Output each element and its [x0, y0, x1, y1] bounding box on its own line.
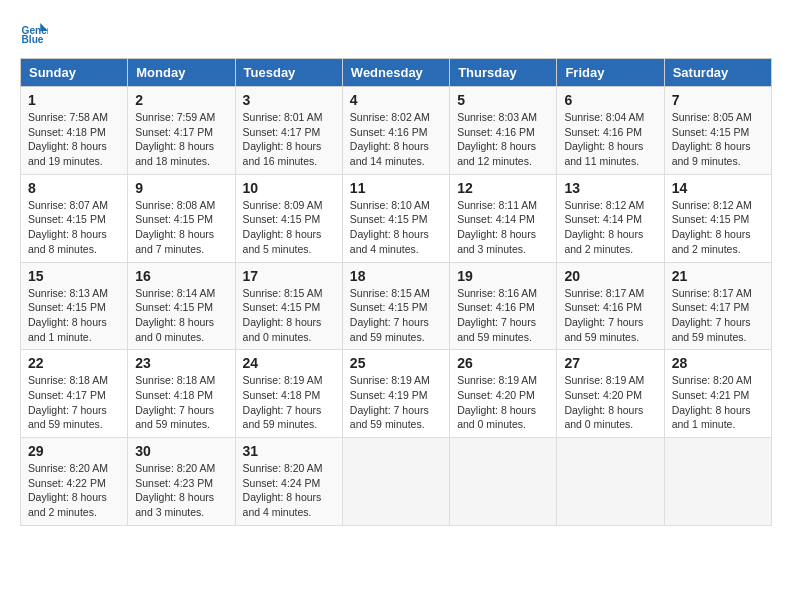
day-number: 23 — [135, 355, 227, 371]
day-info: Sunrise: 8:16 AM Sunset: 4:16 PM Dayligh… — [457, 286, 549, 345]
calendar-header-row: SundayMondayTuesdayWednesdayThursdayFrid… — [21, 59, 772, 87]
day-header-friday: Friday — [557, 59, 664, 87]
day-header-sunday: Sunday — [21, 59, 128, 87]
day-number: 17 — [243, 268, 335, 284]
calendar-week-1: 1 Sunrise: 7:58 AM Sunset: 4:18 PM Dayli… — [21, 87, 772, 175]
day-number: 22 — [28, 355, 120, 371]
day-info: Sunrise: 8:18 AM Sunset: 4:17 PM Dayligh… — [28, 373, 120, 432]
day-number: 16 — [135, 268, 227, 284]
calendar-cell: 21 Sunrise: 8:17 AM Sunset: 4:17 PM Dayl… — [664, 262, 771, 350]
day-info: Sunrise: 8:14 AM Sunset: 4:15 PM Dayligh… — [135, 286, 227, 345]
day-number: 27 — [564, 355, 656, 371]
calendar-cell: 16 Sunrise: 8:14 AM Sunset: 4:15 PM Dayl… — [128, 262, 235, 350]
day-info: Sunrise: 8:05 AM Sunset: 4:15 PM Dayligh… — [672, 110, 764, 169]
day-info: Sunrise: 8:19 AM Sunset: 4:20 PM Dayligh… — [457, 373, 549, 432]
calendar-cell: 15 Sunrise: 8:13 AM Sunset: 4:15 PM Dayl… — [21, 262, 128, 350]
logo-icon: General Blue — [20, 20, 48, 48]
day-number: 1 — [28, 92, 120, 108]
calendar-cell — [342, 438, 449, 526]
calendar-cell — [557, 438, 664, 526]
day-info: Sunrise: 8:17 AM Sunset: 4:16 PM Dayligh… — [564, 286, 656, 345]
calendar-cell: 17 Sunrise: 8:15 AM Sunset: 4:15 PM Dayl… — [235, 262, 342, 350]
calendar-cell: 5 Sunrise: 8:03 AM Sunset: 4:16 PM Dayli… — [450, 87, 557, 175]
day-number: 30 — [135, 443, 227, 459]
day-number: 14 — [672, 180, 764, 196]
day-info: Sunrise: 8:12 AM Sunset: 4:15 PM Dayligh… — [672, 198, 764, 257]
calendar-cell: 25 Sunrise: 8:19 AM Sunset: 4:19 PM Dayl… — [342, 350, 449, 438]
calendar-cell: 20 Sunrise: 8:17 AM Sunset: 4:16 PM Dayl… — [557, 262, 664, 350]
day-info: Sunrise: 8:20 AM Sunset: 4:24 PM Dayligh… — [243, 461, 335, 520]
logo: General Blue — [20, 20, 52, 48]
calendar-cell: 24 Sunrise: 8:19 AM Sunset: 4:18 PM Dayl… — [235, 350, 342, 438]
day-info: Sunrise: 7:58 AM Sunset: 4:18 PM Dayligh… — [28, 110, 120, 169]
day-info: Sunrise: 8:20 AM Sunset: 4:21 PM Dayligh… — [672, 373, 764, 432]
day-info: Sunrise: 8:13 AM Sunset: 4:15 PM Dayligh… — [28, 286, 120, 345]
calendar-cell: 2 Sunrise: 7:59 AM Sunset: 4:17 PM Dayli… — [128, 87, 235, 175]
day-number: 13 — [564, 180, 656, 196]
day-header-tuesday: Tuesday — [235, 59, 342, 87]
day-number: 26 — [457, 355, 549, 371]
day-number: 29 — [28, 443, 120, 459]
calendar-cell: 13 Sunrise: 8:12 AM Sunset: 4:14 PM Dayl… — [557, 174, 664, 262]
day-header-thursday: Thursday — [450, 59, 557, 87]
day-info: Sunrise: 8:20 AM Sunset: 4:23 PM Dayligh… — [135, 461, 227, 520]
calendar-cell: 23 Sunrise: 8:18 AM Sunset: 4:18 PM Dayl… — [128, 350, 235, 438]
day-header-monday: Monday — [128, 59, 235, 87]
calendar-cell: 14 Sunrise: 8:12 AM Sunset: 4:15 PM Dayl… — [664, 174, 771, 262]
calendar-week-3: 15 Sunrise: 8:13 AM Sunset: 4:15 PM Dayl… — [21, 262, 772, 350]
day-info: Sunrise: 8:10 AM Sunset: 4:15 PM Dayligh… — [350, 198, 442, 257]
day-info: Sunrise: 8:17 AM Sunset: 4:17 PM Dayligh… — [672, 286, 764, 345]
calendar-table: SundayMondayTuesdayWednesdayThursdayFrid… — [20, 58, 772, 526]
day-number: 7 — [672, 92, 764, 108]
calendar-cell: 30 Sunrise: 8:20 AM Sunset: 4:23 PM Dayl… — [128, 438, 235, 526]
calendar-cell: 11 Sunrise: 8:10 AM Sunset: 4:15 PM Dayl… — [342, 174, 449, 262]
day-number: 12 — [457, 180, 549, 196]
day-number: 24 — [243, 355, 335, 371]
day-info: Sunrise: 7:59 AM Sunset: 4:17 PM Dayligh… — [135, 110, 227, 169]
day-header-saturday: Saturday — [664, 59, 771, 87]
day-number: 10 — [243, 180, 335, 196]
day-info: Sunrise: 8:18 AM Sunset: 4:18 PM Dayligh… — [135, 373, 227, 432]
day-number: 11 — [350, 180, 442, 196]
calendar-cell: 31 Sunrise: 8:20 AM Sunset: 4:24 PM Dayl… — [235, 438, 342, 526]
day-number: 5 — [457, 92, 549, 108]
day-number: 3 — [243, 92, 335, 108]
day-info: Sunrise: 8:19 AM Sunset: 4:18 PM Dayligh… — [243, 373, 335, 432]
svg-text:Blue: Blue — [22, 34, 44, 45]
day-number: 21 — [672, 268, 764, 284]
day-info: Sunrise: 8:03 AM Sunset: 4:16 PM Dayligh… — [457, 110, 549, 169]
calendar-cell — [664, 438, 771, 526]
calendar-cell: 22 Sunrise: 8:18 AM Sunset: 4:17 PM Dayl… — [21, 350, 128, 438]
calendar-cell: 4 Sunrise: 8:02 AM Sunset: 4:16 PM Dayli… — [342, 87, 449, 175]
calendar-week-4: 22 Sunrise: 8:18 AM Sunset: 4:17 PM Dayl… — [21, 350, 772, 438]
day-number: 31 — [243, 443, 335, 459]
day-number: 20 — [564, 268, 656, 284]
day-number: 4 — [350, 92, 442, 108]
day-number: 8 — [28, 180, 120, 196]
calendar-cell: 7 Sunrise: 8:05 AM Sunset: 4:15 PM Dayli… — [664, 87, 771, 175]
day-info: Sunrise: 8:02 AM Sunset: 4:16 PM Dayligh… — [350, 110, 442, 169]
day-info: Sunrise: 8:07 AM Sunset: 4:15 PM Dayligh… — [28, 198, 120, 257]
calendar-cell: 9 Sunrise: 8:08 AM Sunset: 4:15 PM Dayli… — [128, 174, 235, 262]
day-info: Sunrise: 8:11 AM Sunset: 4:14 PM Dayligh… — [457, 198, 549, 257]
day-info: Sunrise: 8:20 AM Sunset: 4:22 PM Dayligh… — [28, 461, 120, 520]
calendar-cell: 1 Sunrise: 7:58 AM Sunset: 4:18 PM Dayli… — [21, 87, 128, 175]
day-info: Sunrise: 8:15 AM Sunset: 4:15 PM Dayligh… — [350, 286, 442, 345]
day-number: 9 — [135, 180, 227, 196]
day-info: Sunrise: 8:15 AM Sunset: 4:15 PM Dayligh… — [243, 286, 335, 345]
day-info: Sunrise: 8:19 AM Sunset: 4:20 PM Dayligh… — [564, 373, 656, 432]
calendar-cell: 12 Sunrise: 8:11 AM Sunset: 4:14 PM Dayl… — [450, 174, 557, 262]
calendar-cell: 8 Sunrise: 8:07 AM Sunset: 4:15 PM Dayli… — [21, 174, 128, 262]
calendar-week-2: 8 Sunrise: 8:07 AM Sunset: 4:15 PM Dayli… — [21, 174, 772, 262]
calendar-cell: 3 Sunrise: 8:01 AM Sunset: 4:17 PM Dayli… — [235, 87, 342, 175]
day-number: 28 — [672, 355, 764, 371]
day-number: 25 — [350, 355, 442, 371]
day-header-wednesday: Wednesday — [342, 59, 449, 87]
calendar-week-5: 29 Sunrise: 8:20 AM Sunset: 4:22 PM Dayl… — [21, 438, 772, 526]
day-number: 6 — [564, 92, 656, 108]
calendar-cell: 10 Sunrise: 8:09 AM Sunset: 4:15 PM Dayl… — [235, 174, 342, 262]
day-info: Sunrise: 8:09 AM Sunset: 4:15 PM Dayligh… — [243, 198, 335, 257]
calendar-cell: 26 Sunrise: 8:19 AM Sunset: 4:20 PM Dayl… — [450, 350, 557, 438]
day-info: Sunrise: 8:19 AM Sunset: 4:19 PM Dayligh… — [350, 373, 442, 432]
calendar-cell: 29 Sunrise: 8:20 AM Sunset: 4:22 PM Dayl… — [21, 438, 128, 526]
